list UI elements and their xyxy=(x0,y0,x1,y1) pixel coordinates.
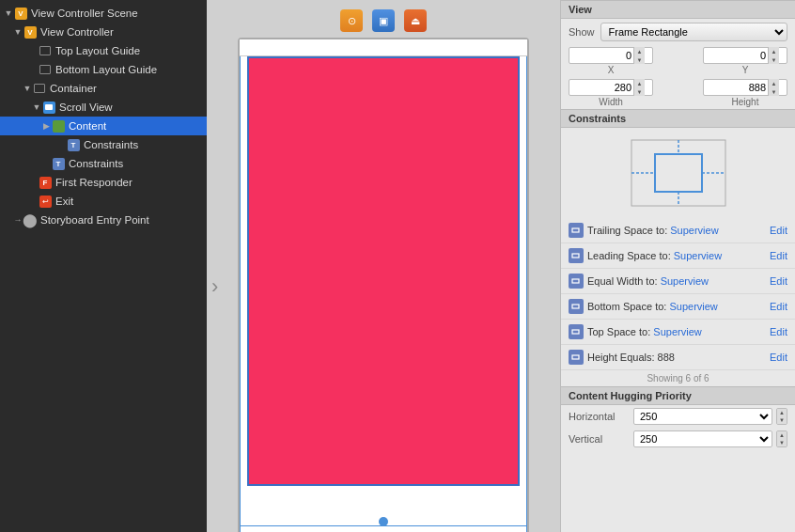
toolbar-icon-2[interactable]: ▣ xyxy=(372,9,395,32)
vertical-select[interactable]: 250 xyxy=(633,430,772,447)
horizontal-down-btn[interactable]: ▼ xyxy=(777,416,787,424)
y-input[interactable] xyxy=(704,48,768,63)
constraints-diagram xyxy=(561,128,795,218)
top-layout-label: Top Layout Guide xyxy=(55,45,140,56)
svg-rect-9 xyxy=(572,305,579,308)
equal-width-text: Equal Width to: Superview xyxy=(587,275,766,287)
height-down-btn[interactable]: ▼ xyxy=(769,87,779,96)
show-label: Show xyxy=(569,26,595,38)
first-responder-icon: F xyxy=(38,175,53,190)
content-label: Content xyxy=(69,120,106,132)
svg-rect-1 xyxy=(655,154,702,192)
scrollview-icon xyxy=(41,100,56,115)
content-hugging-header: Content Hugging Priority xyxy=(561,386,795,405)
trailing-edit[interactable]: Edit xyxy=(770,225,787,236)
top-edit[interactable]: Edit xyxy=(770,326,787,337)
y-group: ▲ ▼ Y xyxy=(703,47,787,75)
leading-edit[interactable]: Edit xyxy=(770,250,787,261)
tree-item-constraints2[interactable]: Constraints xyxy=(0,154,207,173)
scrollview-label: Scroll View xyxy=(59,102,113,113)
bottom-edit[interactable]: Edit xyxy=(770,301,787,312)
tree-item-bottom-layout[interactable]: Bottom Layout Guide xyxy=(0,60,207,79)
width-label: Width xyxy=(599,97,623,107)
height-icon xyxy=(569,350,584,365)
trailing-icon xyxy=(569,223,584,238)
vc-arrow: ▼ xyxy=(13,27,23,37)
toolbar-icon-3[interactable]: ⏏ xyxy=(404,9,427,32)
entry-icon: ⬤ xyxy=(23,212,38,227)
storyboard-entry-label: Storyboard Entry Point xyxy=(40,214,149,226)
phone-content xyxy=(240,56,527,532)
tree-item-constraints1[interactable]: Constraints xyxy=(0,135,207,154)
wh-row: ▲ ▼ Width ▲ ▼ Height xyxy=(561,77,795,109)
x-down-btn[interactable]: ▼ xyxy=(634,55,645,64)
y-label: Y xyxy=(742,65,749,75)
height-edit[interactable]: Edit xyxy=(770,352,787,363)
constraint-trailing: Trailing Space to: Superview Edit xyxy=(561,218,795,243)
top-layout-icon xyxy=(38,43,53,58)
y-down-btn[interactable]: ▼ xyxy=(769,55,779,64)
left-panel: ▼ V View Controller Scene ▼ V View Contr… xyxy=(0,0,207,532)
vc-scene-label: View Controller Scene xyxy=(31,8,138,19)
constraints2-icon xyxy=(51,156,66,171)
width-input-wrap: ▲ ▼ xyxy=(569,79,653,96)
xy-row: ▲ ▼ X ▲ ▼ Y xyxy=(561,45,795,77)
constraint-top: Top Space to: Superview Edit xyxy=(561,320,795,345)
vertical-label: Vertical xyxy=(569,433,630,445)
vc-scene-icon: V xyxy=(13,6,28,21)
height-label: Height xyxy=(732,97,759,107)
constraint-right xyxy=(520,56,527,532)
x-stepper: ▲ ▼ xyxy=(633,47,645,64)
container-arrow: ▼ xyxy=(23,84,32,93)
width-input[interactable] xyxy=(569,80,633,95)
vertical-down-btn[interactable]: ▼ xyxy=(777,439,787,446)
toolbar-icon-1[interactable]: ⊙ xyxy=(340,9,363,32)
center-panel: ⊙ ▣ ⏏ › xyxy=(207,0,560,532)
horizontal-select[interactable]: 250 xyxy=(633,408,772,425)
tree-item-vc-scene[interactable]: ▼ V View Controller Scene xyxy=(0,4,207,23)
constraint-equal-width: Equal Width to: Superview Edit xyxy=(561,269,795,294)
y-up-btn[interactable]: ▲ xyxy=(769,47,779,55)
tree-item-container[interactable]: ▼ Container xyxy=(0,79,207,98)
container-icon xyxy=(32,81,47,96)
exit-label: Exit xyxy=(55,196,73,207)
content-arrow: ▶ xyxy=(41,121,51,131)
horizontal-label: Horizontal xyxy=(569,411,630,422)
bottom-layout-icon xyxy=(38,62,53,77)
tree-item-exit[interactable]: ↩ Exit xyxy=(0,192,207,211)
tree-item-storyboard-entry[interactable]: → ⬤ Storyboard Entry Point xyxy=(0,211,207,229)
constraints1-label: Constraints xyxy=(84,139,138,150)
tree-item-vc[interactable]: ▼ V View Controller xyxy=(0,23,207,41)
width-down-btn[interactable]: ▼ xyxy=(634,87,645,96)
horizontal-hugging-row: Horizontal 250 ▲ ▼ xyxy=(561,405,795,428)
vertical-up-btn[interactable]: ▲ xyxy=(777,431,787,439)
leading-icon xyxy=(569,248,584,263)
bottom-text: Bottom Space to: Superview xyxy=(587,301,766,312)
height-up-btn[interactable]: ▲ xyxy=(769,79,779,87)
svg-rect-10 xyxy=(572,330,579,334)
height-input[interactable] xyxy=(704,80,768,95)
vc-icon: V xyxy=(23,24,38,39)
tree-item-first-responder[interactable]: F First Responder xyxy=(0,173,207,192)
x-label: X xyxy=(608,65,615,75)
trailing-text: Trailing Space to: Superview xyxy=(587,225,766,236)
tree-item-content[interactable]: ▶ Content xyxy=(0,117,207,135)
top-icon xyxy=(569,324,584,339)
pink-content-view[interactable] xyxy=(247,56,520,486)
horizontal-up-btn[interactable]: ▲ xyxy=(777,409,787,416)
phone-frame xyxy=(238,38,529,532)
show-select[interactable]: Frame Rectangle xyxy=(600,23,787,41)
x-input[interactable] xyxy=(569,48,633,63)
tree-item-top-layout[interactable]: Top Layout Guide xyxy=(0,41,207,60)
x-up-btn[interactable]: ▲ xyxy=(634,47,645,55)
vertical-hugging-row: Vertical 250 ▲ ▼ xyxy=(561,428,795,450)
equal-width-edit[interactable]: Edit xyxy=(770,275,787,287)
vc-label: View Controller xyxy=(40,26,114,38)
width-up-btn[interactable]: ▲ xyxy=(634,79,645,87)
tree-item-scrollview[interactable]: ▼ Scroll View xyxy=(0,98,207,117)
svg-rect-8 xyxy=(572,279,579,283)
top-text: Top Space to: Superview xyxy=(587,326,766,337)
height-group: ▲ ▼ Height xyxy=(703,79,787,107)
nav-arrow[interactable]: › xyxy=(211,274,218,299)
height-stepper: ▲ ▼ xyxy=(768,79,779,96)
